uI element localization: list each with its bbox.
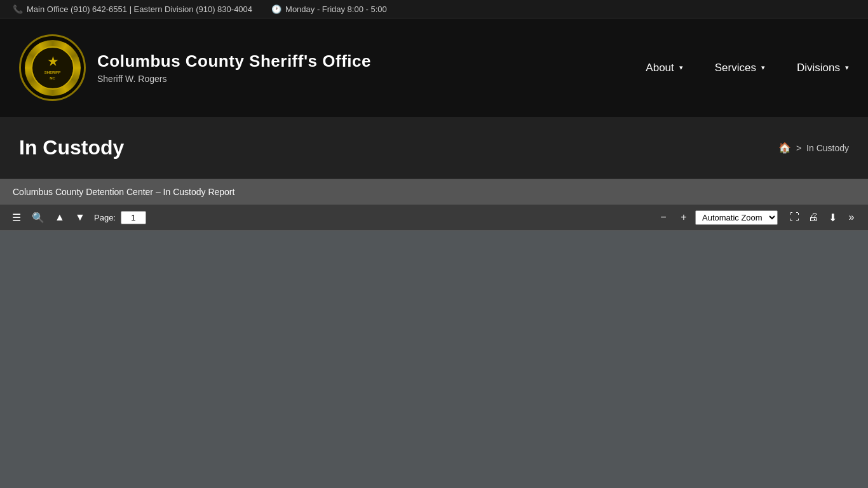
download-icon: ⬇ xyxy=(829,212,837,224)
nav-services-label: Services xyxy=(715,62,756,74)
zoom-in-icon: + xyxy=(681,212,686,223)
print-button[interactable]: 🖨 xyxy=(804,208,822,226)
next-page-button[interactable]: ▼ xyxy=(71,208,89,226)
logo-text: SHERIFF NC xyxy=(44,70,61,81)
hours-text: Monday - Friday 8:00 - 5:00 xyxy=(285,4,387,14)
nav-item-divisions[interactable]: Divisions ▾ xyxy=(797,62,849,74)
prev-page-icon: ▲ xyxy=(55,212,65,223)
prev-page-button[interactable]: ▲ xyxy=(51,208,69,226)
pdf-toolbar: ☰ 🔍 ▲ ▼ Page: − + Automatic Zoom Actual … xyxy=(0,205,868,231)
org-subtitle: Sheriff W. Rogers xyxy=(97,74,371,84)
zoom-in-button[interactable]: + xyxy=(675,208,693,226)
hours-info: 🕐 Monday - Friday 8:00 - 5:00 xyxy=(271,4,387,14)
logo-badge: ★ SHERIFF NC xyxy=(19,34,86,101)
org-info: Columbus County Sheriff's Office Sheriff… xyxy=(97,51,371,84)
fullscreen-icon: ⛶ xyxy=(789,212,799,223)
more-button[interactable]: » xyxy=(843,208,860,226)
contact-text: Main Office (910) 642-6551 | Eastern Div… xyxy=(27,4,252,14)
nav-item-services[interactable]: Services ▾ xyxy=(715,62,765,74)
logo-star: ★ xyxy=(48,55,58,69)
logo-area: ★ SHERIFF NC Columbus County Sheriff's O… xyxy=(19,34,371,101)
breadcrumb-separator: > xyxy=(796,143,801,153)
nav-item-about[interactable]: About ▾ xyxy=(646,62,682,74)
main-nav: About ▾ Services ▾ Divisions ▾ xyxy=(646,62,849,74)
print-icon: 🖨 xyxy=(808,212,818,223)
phone-icon: 📞 xyxy=(13,4,23,14)
report-header: Columbus County Detention Center – In Cu… xyxy=(0,179,868,205)
fullscreen-button[interactable]: ⛶ xyxy=(785,208,803,226)
chevron-down-icon-divisions: ▾ xyxy=(845,64,849,72)
page-title: In Custody xyxy=(19,136,124,159)
org-name: Columbus County Sheriff's Office xyxy=(97,51,371,71)
zoom-select[interactable]: Automatic Zoom Actual Size Page Fit Page… xyxy=(695,210,778,225)
site-header: ★ SHERIFF NC Columbus County Sheriff's O… xyxy=(0,18,868,117)
sidebar-icon: ☰ xyxy=(12,212,21,224)
toggle-sidebar-button[interactable]: ☰ xyxy=(8,208,25,226)
clock-icon: 🕐 xyxy=(271,4,281,14)
zoom-out-icon: − xyxy=(660,212,666,223)
page-title-bar: In Custody 🏠 > In Custody xyxy=(0,117,868,179)
chevron-down-icon-services: ▾ xyxy=(761,64,765,72)
top-bar: 📞 Main Office (910) 642-6551 | Eastern D… xyxy=(0,0,868,18)
page-label: Page: xyxy=(94,213,116,222)
page-input[interactable] xyxy=(121,211,146,224)
download-button[interactable]: ⬇ xyxy=(824,208,841,226)
more-icon: » xyxy=(849,212,855,223)
phone-info: 📞 Main Office (910) 642-6551 | Eastern D… xyxy=(13,4,252,14)
search-button[interactable]: 🔍 xyxy=(28,208,48,226)
report-title: Columbus County Detention Center – In Cu… xyxy=(13,187,234,197)
search-icon: 🔍 xyxy=(32,212,44,224)
breadcrumb-home-icon[interactable]: 🏠 xyxy=(778,142,791,154)
breadcrumb: 🏠 > In Custody xyxy=(778,142,849,154)
breadcrumb-current: In Custody xyxy=(806,143,849,153)
nav-about-label: About xyxy=(646,62,674,74)
nav-divisions-label: Divisions xyxy=(797,62,840,74)
next-page-icon: ▼ xyxy=(75,212,85,223)
chevron-down-icon-about: ▾ xyxy=(679,64,683,72)
pdf-right-buttons: ⛶ 🖨 ⬇ » xyxy=(785,208,860,226)
zoom-out-button[interactable]: − xyxy=(654,208,672,226)
pdf-content-area xyxy=(0,231,868,488)
